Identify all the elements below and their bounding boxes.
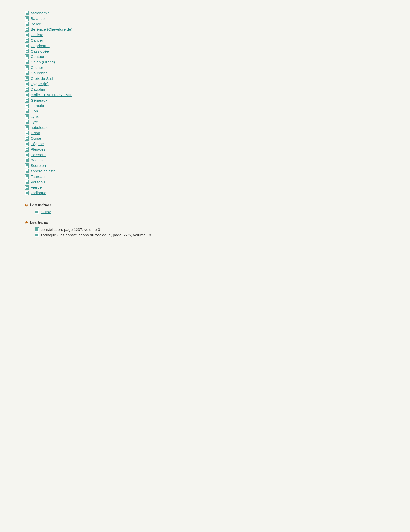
article-link-33[interactable]: zodiaque: [31, 191, 46, 195]
article-item-1: Balance: [25, 16, 385, 21]
article-link-9[interactable]: Chien (Grand): [31, 60, 55, 64]
article-item-3: Bérénice (Chevelure de): [25, 27, 385, 32]
article-link-16[interactable]: Gémeaux: [31, 98, 47, 103]
article-link-31[interactable]: Verseau: [31, 180, 45, 184]
article-item-33: zodiaque: [25, 191, 385, 195]
article-link-29[interactable]: sphère céleste: [31, 169, 56, 173]
article-link-2[interactable]: Bélier: [31, 22, 41, 26]
book-text-2: zodiaque - les constellations du zodiaqu…: [41, 233, 151, 237]
article-icon-5: [25, 38, 29, 43]
article-icon-32: [25, 185, 29, 190]
article-item-2: Bélier: [25, 22, 385, 26]
article-link-24[interactable]: Pégase: [31, 142, 44, 146]
article-icon-8: [25, 54, 29, 59]
article-item-14: Dauphin: [25, 87, 385, 92]
article-link-7[interactable]: Cassiopée: [31, 49, 49, 53]
article-item-11: Couronne: [25, 71, 385, 75]
article-link-10[interactable]: Cocher: [31, 65, 43, 70]
article-icon-29: [25, 169, 29, 173]
article-link-5[interactable]: Cancer: [31, 38, 43, 43]
article-item-23: Ourse: [25, 136, 385, 141]
article-list: astronomieBalanceBélierBérénice (Chevelu…: [25, 11, 385, 195]
article-icon-31: [25, 180, 29, 184]
article-icon-21: [25, 125, 29, 130]
book-item-1: constellation, page 1237, volume 3: [35, 227, 385, 232]
article-link-1[interactable]: Balance: [31, 16, 45, 21]
article-link-25[interactable]: Pléiades: [31, 147, 45, 152]
article-link-4[interactable]: Callisto: [31, 33, 43, 37]
article-link-21[interactable]: nébuleuse: [31, 125, 49, 130]
medias-section-header: ⊗ Les médias: [25, 203, 385, 207]
article-link-32[interactable]: Vierge: [31, 185, 42, 190]
article-item-30: Taureau: [25, 174, 385, 179]
article-item-7: Cassiopée: [25, 49, 385, 53]
article-item-8: Centaure: [25, 54, 385, 59]
book-text-1: constellation, page 1237, volume 3: [41, 227, 100, 232]
article-icon-3: [25, 27, 29, 32]
article-link-19[interactable]: Lynx: [31, 114, 39, 119]
article-link-28[interactable]: Scorpion: [31, 163, 46, 168]
media-link-ourse[interactable]: Ourse: [41, 210, 51, 214]
article-item-0: astronomie: [25, 11, 385, 15]
article-link-14[interactable]: Dauphin: [31, 87, 45, 92]
article-icon-4: [25, 33, 29, 37]
article-link-15[interactable]: étoile - 1.ASTRONOMIE: [31, 93, 72, 97]
article-icon-22: [25, 131, 29, 135]
article-link-30[interactable]: Taureau: [31, 174, 45, 179]
article-link-23[interactable]: Ourse: [31, 136, 41, 141]
article-icon-2: [25, 22, 29, 26]
article-link-8[interactable]: Centaure: [31, 54, 47, 59]
article-link-18[interactable]: Lion: [31, 109, 38, 113]
article-link-17[interactable]: Hercule: [31, 104, 44, 108]
article-icon-17: [25, 104, 29, 108]
article-link-27[interactable]: Sagittaire: [31, 158, 47, 162]
book-icon-2: [35, 233, 39, 237]
article-item-12: Croix du Sud: [25, 76, 385, 81]
article-icon-9: [25, 60, 29, 64]
article-icon-30: [25, 174, 29, 179]
article-link-11[interactable]: Couronne: [31, 71, 48, 75]
article-icon-11: [25, 71, 29, 75]
article-link-3[interactable]: Bérénice (Chevelure de): [31, 27, 72, 32]
article-icon-14: [25, 87, 29, 92]
article-item-4: Callisto: [25, 33, 385, 37]
article-item-17: Hercule: [25, 104, 385, 108]
article-icon-28: [25, 163, 29, 168]
article-link-20[interactable]: Lyre: [31, 120, 38, 124]
article-item-10: Cocher: [25, 65, 385, 70]
article-link-0[interactable]: astronomie: [31, 11, 50, 15]
article-icon-10: [25, 65, 29, 70]
media-icon: [35, 210, 39, 214]
article-icon-26: [25, 153, 29, 157]
article-link-13[interactable]: Cygne (le): [31, 82, 49, 86]
article-icon-20: [25, 120, 29, 124]
article-item-15: étoile - 1.ASTRONOMIE: [25, 93, 385, 97]
article-item-29: sphère céleste: [25, 169, 385, 173]
medias-title: Les médias: [30, 203, 51, 207]
article-icon-6: [25, 44, 29, 48]
article-item-31: Verseau: [25, 180, 385, 184]
livres-section-header: ⊗ Les livres: [25, 220, 385, 225]
medias-content: Ourse: [35, 210, 385, 214]
article-link-22[interactable]: Orion: [31, 131, 40, 135]
media-item-ourse: Ourse: [35, 210, 385, 214]
article-item-18: Lion: [25, 109, 385, 113]
article-item-5: Cancer: [25, 38, 385, 43]
article-item-19: Lynx: [25, 114, 385, 119]
article-item-24: Pégase: [25, 142, 385, 146]
article-icon-13: [25, 82, 29, 86]
article-icon-15: [25, 93, 29, 97]
livres-title: Les livres: [30, 220, 48, 225]
article-item-26: Poissons: [25, 153, 385, 157]
article-item-20: Lyre: [25, 120, 385, 124]
article-icon-0: [25, 11, 29, 15]
article-link-12[interactable]: Croix du Sud: [31, 76, 53, 81]
article-icon-33: [25, 191, 29, 195]
book-icon-1: [35, 227, 39, 232]
book-item-2: zodiaque - les constellations du zodiaqu…: [35, 233, 385, 237]
article-link-26[interactable]: Poissons: [31, 153, 46, 157]
article-item-22: Orion: [25, 131, 385, 135]
livres-icon: ⊗: [25, 220, 28, 225]
article-link-6[interactable]: Capricorne: [31, 44, 50, 48]
article-item-32: Vierge: [25, 185, 385, 190]
